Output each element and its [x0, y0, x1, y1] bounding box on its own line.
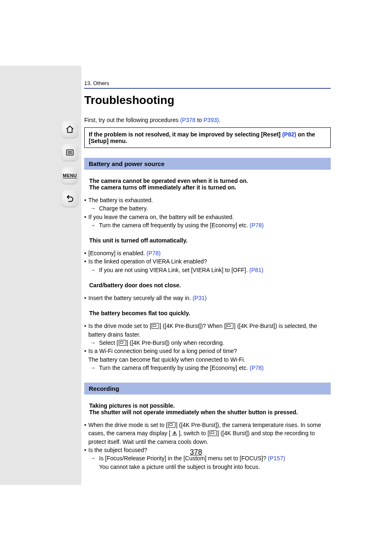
bullet: Is the drive mode set to [] ([4K Pre-Bur…	[88, 322, 331, 339]
side-nav: MENU	[62, 121, 78, 207]
note-pre: If the problem is not resolved, it may b…	[89, 131, 282, 138]
preburst-icon	[168, 422, 175, 428]
bullet: If you leave the camera on, the battery …	[88, 213, 331, 221]
intro-mid: to	[196, 117, 203, 123]
link-p31[interactable]: (P31)	[193, 295, 207, 301]
text: ] ([4K Pre-Burst])? When [	[159, 323, 226, 329]
text: When the drive mode is set to [	[88, 422, 168, 428]
bullet: Insert the battery securely all the way …	[88, 294, 331, 302]
back-button[interactable]	[62, 190, 78, 207]
reset-note: If the problem is not resolved, it may b…	[84, 127, 331, 148]
section-battery: Battery and power source	[84, 158, 331, 170]
topic-auto-off: This unit is turned off automatically.	[84, 235, 331, 246]
bullet-group: •[Economy] is enabled. (P78) •Is the lin…	[84, 249, 331, 274]
bullet-group: •Insert the battery securely all the way…	[84, 294, 331, 302]
text: Turn the camera off frequently by using …	[99, 365, 250, 371]
bullet-group: •The battery is exhausted. →Charge the b…	[84, 196, 331, 229]
menu-button[interactable]: MENU	[62, 167, 78, 184]
text: Select [	[99, 339, 118, 346]
home-button[interactable]	[62, 121, 78, 138]
link-p81[interactable]: (P81)	[249, 267, 263, 273]
preburst-icon	[226, 323, 233, 329]
sub-bullet: If you are not using VIERA Link, set [VI…	[99, 266, 331, 274]
burst-icon	[210, 430, 217, 436]
sub-bullet: Turn the camera off frequently by using …	[99, 364, 331, 372]
svg-rect-4	[174, 432, 175, 434]
sub-bullet-2: You cannot take a picture until the subj…	[84, 463, 331, 471]
chapter-label: 13. Others	[84, 80, 331, 86]
text: The battery can become flat quickly when…	[88, 356, 245, 363]
bullet-group: •Is the drive mode set to [] ([4K Pre-Bu…	[84, 322, 331, 372]
content: 13. Others Troubleshooting First, try ou…	[84, 80, 331, 477]
page-number: 378	[0, 448, 392, 457]
divider	[84, 88, 331, 89]
bullet: Is a Wi-Fi connection being used for a l…	[88, 347, 331, 364]
link-p378[interactable]: (P378	[180, 117, 195, 123]
topic-line: The camera turns off immediately after i…	[89, 184, 326, 191]
text: [Economy] is enabled.	[88, 250, 147, 256]
text: ], switch to [	[179, 430, 209, 436]
topic-door: Card/battery door does not close.	[84, 280, 331, 291]
text: Insert the battery securely all the way …	[88, 295, 193, 301]
topic-line: The camera cannot be operated even when …	[89, 178, 326, 184]
topic-line: Taking pictures is not possible.	[89, 402, 326, 409]
preburst-icon	[152, 323, 159, 329]
bullet: Is the linked operation of VIERA Link en…	[88, 257, 331, 265]
home-icon	[65, 125, 74, 134]
temperature-icon	[171, 430, 178, 436]
link-p393[interactable]: P393)	[203, 117, 219, 123]
bullet-group: •When the drive mode is set to [] ([4K P…	[84, 421, 331, 471]
menu-icon: MENU	[63, 173, 77, 178]
topic-battery-flat: The battery becomes flat too quickly.	[84, 308, 331, 319]
text: Is the drive mode set to [	[88, 323, 151, 329]
link-p82[interactable]: (P82)	[282, 131, 296, 138]
preburst-icon	[119, 340, 126, 346]
sub-bullet: Turn the camera off frequently by using …	[99, 221, 331, 229]
page-title: Troubleshooting	[84, 94, 331, 107]
intro-text: First, try out the following procedures …	[84, 117, 331, 123]
text: Is a Wi-Fi connection being used for a l…	[88, 348, 237, 354]
link-p78[interactable]: (P78)	[250, 365, 264, 371]
bullet: The battery is exhausted.	[88, 196, 331, 204]
text: Turn the camera off frequently by using …	[99, 222, 250, 229]
link-p78[interactable]: (P78)	[147, 250, 161, 256]
intro-pre: First, try out the following procedures	[84, 117, 180, 123]
text: ] ([4K Pre-Burst]) only when recording.	[127, 339, 224, 346]
contents-button[interactable]	[62, 144, 78, 161]
back-icon	[65, 194, 74, 203]
contents-icon	[65, 148, 74, 157]
sub-bullet: Charge the battery.	[99, 204, 331, 212]
intro-post: .	[219, 117, 221, 123]
topic-line: The shutter will not operate immediately…	[89, 409, 326, 416]
bullet: When the drive mode is set to [] ([4K Pr…	[88, 421, 331, 446]
text: If you are not using VIERA Link, set [VI…	[99, 267, 249, 273]
topic-no-picture: Taking pictures is not possible. The shu…	[84, 400, 331, 418]
sub-bullet: Select [] ([4K Pre-Burst]) only when rec…	[99, 339, 331, 347]
topic-camera-off: The camera cannot be operated even when …	[84, 175, 331, 193]
link-p78[interactable]: (P78)	[250, 222, 264, 229]
section-recording: Recording	[84, 383, 331, 395]
bullet: [Economy] is enabled. (P78)	[88, 249, 331, 257]
